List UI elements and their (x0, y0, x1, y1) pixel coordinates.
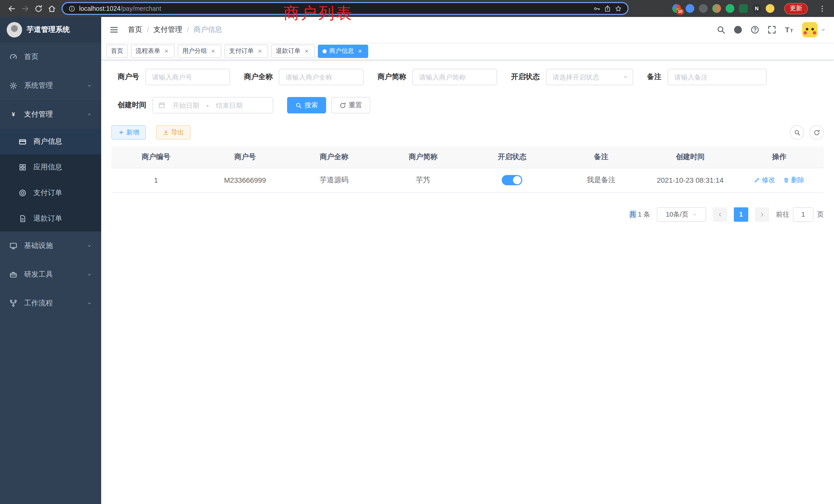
back-button[interactable] (5, 2, 19, 15)
extension-icon-gray[interactable] (699, 4, 708, 13)
tab-label: 退款订单 (276, 47, 301, 55)
plus-icon (118, 129, 124, 136)
extension-icon-colorful[interactable]: 10 (672, 4, 681, 13)
search-icon (794, 129, 800, 136)
gear-icon (9, 82, 18, 90)
home-button[interactable] (45, 2, 59, 15)
refresh-table-button[interactable] (809, 125, 824, 140)
extension-icon-yellow[interactable] (766, 4, 774, 13)
remark-input[interactable] (667, 69, 767, 85)
font-size-icon[interactable] (784, 25, 794, 35)
bookmark-star-icon[interactable] (615, 5, 622, 12)
extension-icon-blue[interactable] (686, 4, 694, 13)
sidebar-subitem-merchant-info[interactable]: 商户信息 (0, 129, 101, 155)
update-button[interactable]: 更新 (784, 3, 808, 14)
sidebar-item-label: 首页 (24, 52, 39, 62)
close-icon[interactable]: × (256, 47, 263, 55)
page-size-select[interactable]: 10条/页 (657, 207, 706, 222)
full-name-input[interactable] (279, 69, 364, 85)
extension-icon-avatar[interactable] (712, 4, 721, 13)
edit-link[interactable]: 修改 (754, 176, 775, 185)
fullscreen-icon[interactable] (767, 25, 776, 35)
chevron-up-icon (87, 112, 92, 117)
col-create-time: 创建时间 (646, 147, 735, 168)
tab-label: 用户分组 (182, 47, 207, 55)
monitor-icon (9, 242, 18, 250)
reload-button[interactable] (32, 2, 45, 15)
logo-avatar (7, 22, 22, 38)
sidebar-subitem-payment-order[interactable]: 支付订单 (0, 180, 101, 206)
goto-suffix: 页 (817, 210, 824, 219)
app-logo[interactable]: 芋道管理系统 (0, 17, 101, 43)
forward-button[interactable] (19, 2, 32, 15)
filter-create-time: 创建时间 - (117, 97, 273, 113)
tab-label: 首页 (111, 47, 123, 55)
user-menu[interactable] (802, 22, 826, 38)
extension-icon-green-square[interactable] (739, 4, 748, 13)
tab-home[interactable]: 首页 (106, 44, 128, 58)
sidebar-item-devtools[interactable]: 研发工具 (0, 260, 101, 289)
app-shell: 芋道管理系统 首页 系统管理 支付管理 (0, 17, 834, 504)
export-button[interactable]: 导出 (156, 125, 191, 140)
browser-menu-button[interactable] (815, 2, 829, 15)
date-range-picker[interactable]: - (153, 97, 273, 113)
site-info-icon[interactable] (68, 5, 75, 12)
breadcrumb-item-payment[interactable]: 支付管理 (154, 25, 182, 35)
short-name-input[interactable] (412, 69, 497, 85)
github-icon[interactable] (733, 25, 743, 35)
sidebar-item-workflow[interactable]: 工作流程 (0, 289, 101, 318)
breadcrumb-item-home[interactable]: 首页 (128, 25, 142, 35)
goto-input[interactable] (793, 207, 813, 222)
page-size-value: 10条/页 (666, 210, 688, 219)
status-select[interactable] (546, 69, 633, 85)
start-date-input[interactable] (168, 101, 204, 109)
sidebar-item-infrastructure[interactable]: 基础设施 (0, 231, 101, 260)
status-toggle[interactable] (502, 175, 522, 185)
sidebar-item-home[interactable]: 首页 (0, 43, 101, 71)
workflow-icon (9, 299, 18, 307)
navbar-actions (717, 22, 826, 38)
tab-merchant-info[interactable]: 商户信息× (318, 44, 368, 58)
chevron-down-icon (692, 212, 697, 217)
sidebar-subitem-refund-order[interactable]: 退款订单 (0, 206, 101, 231)
close-icon[interactable]: × (356, 47, 364, 55)
close-icon[interactable]: × (210, 47, 217, 55)
sidebar-item-payment[interactable]: 支付管理 (0, 100, 101, 129)
extension-icon-green[interactable] (726, 4, 734, 13)
full-name-label: 商户全称 (244, 72, 273, 82)
sidebar-item-system[interactable]: 系统管理 (0, 71, 101, 100)
chevron-down-icon (87, 243, 92, 248)
reset-button-label: 重置 (349, 100, 362, 110)
extension-icon-notion[interactable]: N (752, 4, 761, 13)
search-button[interactable]: 搜索 (287, 97, 326, 113)
close-icon[interactable]: × (163, 47, 170, 55)
help-icon[interactable] (750, 25, 760, 35)
hamburger-button[interactable] (109, 25, 118, 35)
tab-refund-order[interactable]: 退款订单× (271, 44, 315, 58)
breadcrumb-separator: / (187, 26, 189, 34)
sidebar-subitem-app-info[interactable]: 应用信息 (0, 155, 101, 180)
sidebar: 芋道管理系统 首页 系统管理 支付管理 (0, 17, 101, 504)
close-icon[interactable]: × (303, 47, 310, 55)
key-icon[interactable] (593, 5, 600, 12)
page-1-button[interactable]: 1 (734, 207, 748, 222)
share-icon[interactable] (604, 5, 611, 12)
filter-row-1: 商户号 商户全称 商户简称 开启状态 (111, 69, 824, 85)
next-page-button[interactable] (755, 207, 769, 222)
merchant-no-input[interactable] (145, 69, 230, 85)
prev-page-button[interactable] (713, 207, 727, 222)
search-icon[interactable] (717, 25, 726, 35)
reset-button[interactable]: 重置 (331, 97, 370, 113)
tags-bar: 首页 流程表单× 用户分组× 支付订单× 退款订单× 商户信息× (101, 43, 834, 60)
end-date-input[interactable] (211, 101, 248, 109)
filter-merchant-no: 商户号 (117, 69, 230, 85)
add-button[interactable]: 新增 (111, 125, 146, 140)
page-content: 商户号 商户全称 商户简称 开启状态 (101, 60, 834, 504)
tab-payment-order[interactable]: 支付订单× (224, 44, 268, 58)
tab-process-form[interactable]: 流程表单× (131, 44, 175, 58)
chevron-left-icon (717, 211, 723, 217)
tab-user-group[interactable]: 用户分组× (178, 44, 221, 58)
toggle-search-button[interactable] (790, 125, 804, 140)
delete-link[interactable]: 删除 (784, 176, 805, 185)
search-icon (295, 102, 302, 109)
